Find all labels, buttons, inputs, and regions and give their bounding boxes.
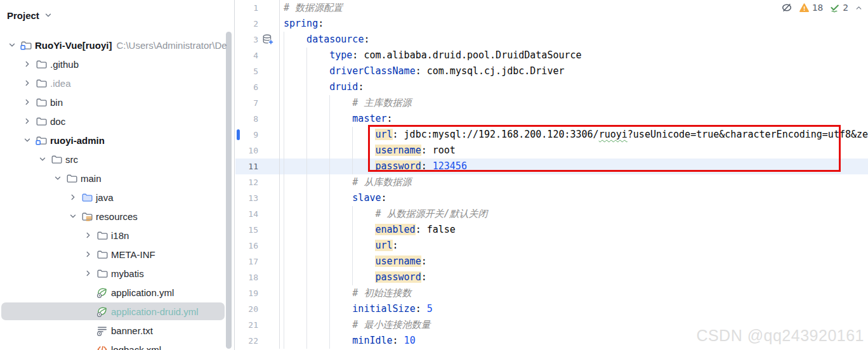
line-number: 20 — [235, 301, 280, 317]
code-line-12[interactable]: 12# 从库数据源 — [235, 174, 868, 190]
chevron-right-icon[interactable] — [20, 95, 34, 109]
indent-guide — [284, 285, 306, 301]
code-line-6[interactable]: 6druid: — [235, 79, 868, 95]
yaml-key: slave — [352, 192, 381, 204]
tree-item-logback-xml[interactable]: logback.xml — [0, 340, 234, 350]
code-line-19[interactable]: 19# 初始连接数 — [235, 285, 868, 301]
indent-guide — [306, 95, 329, 111]
number-literal: 123456 — [433, 160, 467, 172]
code-line-4[interactable]: 4type: com.alibaba.druid.pool.DruidDataS… — [235, 48, 868, 63]
code-line-20[interactable]: 20initialSize: 5 — [235, 301, 868, 317]
chevron-right-icon[interactable] — [20, 57, 34, 71]
code-text: master: — [280, 111, 868, 127]
tree-item-application-yml[interactable]: application.yml — [0, 283, 234, 302]
code-line-17[interactable]: 17username: — [235, 254, 868, 269]
indent-guide — [352, 238, 375, 254]
spring-file-icon — [95, 304, 109, 318]
chevron-down-icon[interactable] — [66, 209, 80, 223]
comment: # 从数据源开关/默认关闭 — [375, 208, 487, 219]
tree-item-label: i18n — [111, 230, 129, 241]
folder-icon — [95, 247, 109, 261]
code-line-7[interactable]: 7# 主库数据源 — [235, 95, 868, 111]
chevron-right-icon[interactable] — [66, 190, 80, 204]
warning-triangle-icon[interactable] — [799, 3, 810, 13]
code-line-13[interactable]: 13slave: — [235, 190, 868, 206]
code-line-2[interactable]: 2spring: — [235, 16, 868, 32]
tree-item-main[interactable]: main — [0, 169, 234, 188]
indent-guide — [329, 174, 352, 190]
indent-guide — [306, 317, 329, 333]
code-line-3[interactable]: 3datasource: — [235, 32, 868, 48]
code-line-11[interactable]: 11password: 123456 — [235, 159, 868, 174]
code-line-18[interactable]: 18password: — [235, 269, 868, 285]
code-line-9[interactable]: 9url: jdbc:mysql://192.168.200.120:3306/… — [235, 127, 868, 143]
project-panel-header[interactable]: Project — [0, 0, 234, 30]
indent-guide — [329, 301, 352, 317]
tree-item-bin[interactable]: bin — [0, 93, 234, 112]
code-line-21[interactable]: 21# 最小连接池数量 — [235, 317, 868, 333]
tree-item-banner-txt[interactable]: banner.txt — [0, 321, 234, 340]
tree-item-i18n[interactable]: i18n — [0, 226, 234, 245]
chevron-right-icon[interactable] — [81, 266, 95, 280]
tree-item-src[interactable]: src — [0, 150, 234, 169]
chevron-right-icon[interactable] — [20, 114, 34, 128]
folder-icon — [34, 57, 48, 71]
collapse-chevron-icon[interactable] — [855, 4, 863, 12]
comment: # 初始连接数 — [352, 287, 411, 299]
chevron-down-icon[interactable] — [20, 133, 34, 147]
indent-guide — [306, 238, 329, 254]
tree-item-mybatis[interactable]: mybatis — [0, 264, 234, 283]
code-line-10[interactable]: 10username: root — [235, 143, 868, 159]
chevron-down-icon[interactable] — [51, 171, 65, 185]
code-line-22[interactable]: 22minIdle: 10 — [235, 333, 868, 349]
tree-item-label: bin — [50, 97, 63, 108]
chevron-right-icon[interactable] — [20, 76, 34, 90]
code-line-15[interactable]: 15enabled: false — [235, 222, 868, 238]
tree-item--github[interactable]: .github — [0, 55, 234, 74]
code-area: 1# 数据源配置2spring:3datasource:4type: com.a… — [235, 0, 868, 349]
tree-item-application-druid-yml[interactable]: application-druid.yml — [0, 302, 234, 321]
chevron-down-icon[interactable] — [44, 11, 53, 20]
line-number: 19 — [235, 285, 280, 301]
tree-item-label: .idea — [50, 78, 71, 89]
indent-guide — [284, 174, 306, 190]
warning-count[interactable]: 18 — [812, 3, 823, 13]
indent-guide — [306, 206, 329, 222]
comment: # 从库数据源 — [352, 176, 411, 188]
code-line-1[interactable]: 1# 数据源配置 — [235, 0, 868, 16]
yaml-value: : jdbc:mysql://192.168.200.120:3306/ — [393, 129, 599, 140]
ok-check-icon[interactable] — [829, 3, 840, 13]
tree-item-java[interactable]: java — [0, 188, 234, 207]
tree-item-ruoyi-vue[interactable]: RuoYi-Vue [ruoyi]C:\Users\Administrator\… — [0, 36, 234, 55]
editor[interactable]: 1# 数据源配置2spring:3datasource:4type: com.a… — [235, 0, 868, 350]
line-number: 5 — [235, 63, 280, 79]
indent-guide — [284, 222, 306, 238]
project-scrollbar-thumb[interactable] — [226, 32, 232, 349]
chevron-down-icon[interactable] — [5, 38, 19, 52]
code-line-5[interactable]: 5driverClassName: com.mysql.cj.jdbc.Driv… — [235, 63, 868, 79]
tree-item-meta-inf[interactable]: META-INF — [0, 245, 234, 264]
code-text: url: jdbc:mysql://192.168.200.120:3306/r… — [280, 127, 868, 143]
indent-guide — [329, 254, 352, 269]
tree-item-resources[interactable]: resources — [0, 207, 234, 226]
code-line-8[interactable]: 8master: — [235, 111, 868, 127]
code-text: initialSize: 5 — [280, 301, 868, 317]
highlight-off-eye-icon[interactable] — [781, 2, 792, 13]
indent-guide — [284, 238, 306, 254]
indent-guide — [329, 159, 352, 174]
indent-guide — [284, 254, 306, 269]
chevron-right-icon[interactable] — [81, 247, 95, 261]
tree-item--idea[interactable]: .idea — [0, 74, 234, 93]
yaml-value: : — [318, 18, 324, 29]
yaml-value: : root — [421, 145, 456, 156]
tree-item-doc[interactable]: doc — [0, 112, 234, 131]
passed-count[interactable]: 2 — [843, 3, 848, 13]
chevron-down-icon[interactable] — [36, 152, 49, 166]
code-line-16[interactable]: 16url: — [235, 238, 868, 254]
chevron-right-icon[interactable] — [81, 228, 95, 242]
tree-item-label: application.yml — [111, 287, 174, 298]
code-line-14[interactable]: 14# 从数据源开关/默认关闭 — [235, 206, 868, 222]
indent-guide — [306, 301, 329, 317]
folder-icon — [34, 95, 48, 109]
tree-item-ruoyi-admin[interactable]: ruoyi-admin — [0, 131, 234, 150]
